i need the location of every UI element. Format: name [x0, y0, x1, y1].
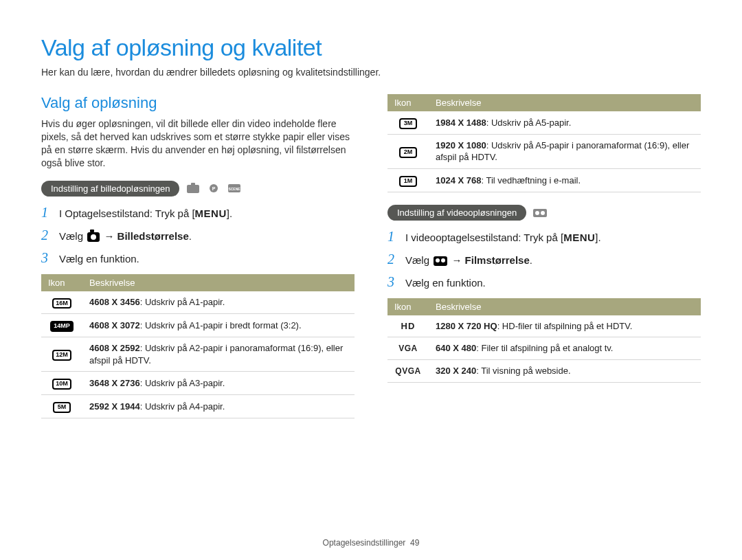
- step-verb: Vælg: [405, 254, 429, 266]
- svg-rect-0: [187, 185, 199, 193]
- table-row: HD 1280 X 720 HQ: HD-filer til afspilnin…: [387, 315, 701, 337]
- menu-button-label: MENU: [195, 208, 227, 219]
- qvga-icon: QVGA: [395, 366, 420, 376]
- table-row: 14MP 4608 X 3072: Udskriv på A1-papir i …: [41, 314, 355, 337]
- table-header-icon: Ikon: [41, 274, 82, 291]
- resolution-icon: 12M: [52, 350, 71, 361]
- step-target: Filmstørrelse: [465, 254, 530, 266]
- resolution-icon: 10M: [52, 379, 71, 390]
- step-number: 3: [387, 274, 398, 290]
- video-steps: 1 I videooptagelsestilstand: Tryk på [ME…: [387, 229, 701, 290]
- resolution-icon: 3M: [399, 118, 417, 129]
- step-text: Vælg en funktion.: [59, 251, 355, 266]
- section-title: Valg af opløsning: [41, 94, 355, 112]
- video-step-3: 3 Vælg en funktion.: [387, 274, 701, 290]
- step-text: I Optagelsestilstand: Tryk på [: [59, 208, 195, 219]
- table-header-icon: Ikon: [387, 298, 429, 315]
- table-row: 5M 2592 X 1944: Udskriv på A4-papir.: [41, 395, 355, 418]
- svg-point-7: [535, 211, 539, 215]
- step-number: 3: [41, 250, 52, 266]
- step-number: 1: [387, 229, 398, 245]
- program-mode-icon: P: [207, 183, 221, 194]
- resolution-desc: : HD-filer til afspilning på et HDTV.: [497, 321, 633, 331]
- scene-mode-icon: SCENE: [227, 183, 241, 194]
- table-row: VGA 640 X 480: Filer til afspilning på e…: [387, 337, 701, 360]
- table-row: 16M 4608 X 3456: Udskriv på A1-papir.: [41, 291, 355, 314]
- table-row: 2M 1920 X 1080: Udskriv på A5-papir i pa…: [387, 134, 701, 168]
- resolution-value: 1984 X 1488: [436, 117, 486, 128]
- table-row: 12M 4608 X 2592: Udskriv på A2-papir i p…: [41, 337, 355, 372]
- resolution-icon: 1M: [399, 176, 417, 187]
- page-intro: Her kan du lære, hvordan du ændrer bille…: [41, 67, 701, 78]
- photo-step-1: 1 I Optagelsestilstand: Tryk på [MENU].: [41, 205, 355, 221]
- footer-section-name: Optagelsesindstillinger: [323, 538, 406, 548]
- camera-icon: [87, 232, 100, 242]
- step-number: 2: [387, 251, 398, 267]
- step-text-post: ].: [227, 208, 232, 219]
- table-row: QVGA 320 X 240: Til visning på webside.: [387, 359, 701, 382]
- step-text: Vælg en funktion.: [405, 276, 701, 290]
- page-title: Valg af opløsning og kvalitet: [41, 34, 701, 61]
- resolution-icon: 5M: [53, 402, 71, 413]
- smart-mode-icon: [186, 183, 200, 194]
- step-verb: Vælg: [59, 230, 83, 242]
- resolution-desc: : Udskriv på A5-papir.: [486, 117, 572, 128]
- step-number: 1: [41, 205, 52, 221]
- svg-point-8: [541, 211, 545, 215]
- step-number: 2: [41, 227, 52, 243]
- table-row: 1M 1024 X 768: Til vedhæftning i e-mail.: [387, 168, 701, 192]
- resolution-desc: : Filer til afspilning på et analogt tv.: [476, 343, 613, 353]
- svg-rect-1: [191, 183, 195, 186]
- resolution-value: 1920 X 1080: [436, 140, 486, 150]
- photo-resolution-table: Ikon Beskrivelse 16M 4608 X 3456: Udskri…: [41, 274, 355, 419]
- step-target: Billedstørrelse: [117, 230, 189, 242]
- vga-icon: VGA: [398, 344, 418, 353]
- photo-step-2: 2 Vælg → Billedstørrelse.: [41, 227, 355, 243]
- page-footer: Optagelsesindstillinger 49: [0, 538, 742, 548]
- table-header-desc: Beskrivelse: [429, 94, 701, 111]
- step-text: I videooptagelsestilstand: Tryk på [: [405, 232, 563, 243]
- left-column: Valg af opløsning Hvis du øger opløsning…: [41, 94, 355, 431]
- resolution-value: 3648 X 2736: [89, 378, 140, 388]
- photo-resolution-pill: Indstilling af billedopløsningen: [41, 181, 179, 197]
- resolution-desc: : Udskriv på A3-papir.: [140, 378, 225, 388]
- video-resolution-table: Ikon Beskrivelse HD 1280 X 720 HQ: HD-fi…: [387, 298, 701, 383]
- menu-button-label: MENU: [563, 232, 595, 243]
- photo-pill-row: Indstilling af billedopløsningen P SCENE: [41, 181, 355, 197]
- svg-text:P: P: [212, 186, 216, 191]
- section-body: Hvis du øger opløsningen, vil dit billed…: [41, 117, 355, 170]
- table-row: 3M 1984 X 1488: Udskriv på A5-papir.: [387, 111, 701, 134]
- table-header-desc: Beskrivelse: [82, 274, 355, 291]
- arrow: →: [104, 230, 114, 242]
- resolution-desc: : Udskriv på A1-papir i bredt format (3:…: [140, 320, 302, 331]
- resolution-desc: : Udskriv på A4-papir.: [140, 401, 225, 412]
- video-resolution-pill: Indstilling af videoopløsningen: [387, 205, 526, 221]
- resolution-value: 4608 X 3456: [89, 297, 140, 307]
- photo-resolution-table-cont: Ikon Beskrivelse 3M 1984 X 1488: Udskriv…: [387, 94, 701, 192]
- video-icon: [434, 256, 447, 266]
- arrow: →: [451, 254, 462, 266]
- right-column: Ikon Beskrivelse 3M 1984 X 1488: Udskriv…: [387, 94, 701, 431]
- table-header-desc: Beskrivelse: [429, 298, 701, 315]
- resolution-icon: 2M: [399, 147, 417, 158]
- resolution-desc: : Til visning på webside.: [476, 366, 570, 376]
- resolution-value: 320 X 240: [436, 366, 476, 376]
- step-text-post: ].: [595, 232, 600, 243]
- photo-steps: 1 I Optagelsestilstand: Tryk på [MENU]. …: [41, 205, 355, 266]
- video-mode-icon: [533, 207, 547, 218]
- resolution-icon: 16M: [52, 298, 71, 309]
- svg-text:SCENE: SCENE: [229, 187, 241, 191]
- hd-icon: HD: [401, 321, 416, 331]
- video-step-2: 2 Vælg → Filmstørrelse.: [387, 251, 701, 267]
- resolution-value: 1280 X 720 HQ: [436, 321, 497, 331]
- resolution-icon: 14MP: [50, 321, 74, 332]
- resolution-desc: : Udskriv på A1-papir.: [140, 297, 225, 307]
- photo-step-3: 3 Vælg en funktion.: [41, 250, 355, 266]
- table-row: 10M 3648 X 2736: Udskriv på A3-papir.: [41, 372, 355, 395]
- resolution-value: 2592 X 1944: [89, 401, 140, 412]
- table-header-icon: Ikon: [387, 94, 429, 111]
- resolution-value: 640 X 480: [436, 343, 476, 353]
- resolution-desc: : Til vedhæftning i e-mail.: [482, 175, 581, 186]
- resolution-value: 4608 X 2592: [89, 343, 140, 353]
- video-pill-row: Indstilling af videoopløsningen: [387, 205, 701, 221]
